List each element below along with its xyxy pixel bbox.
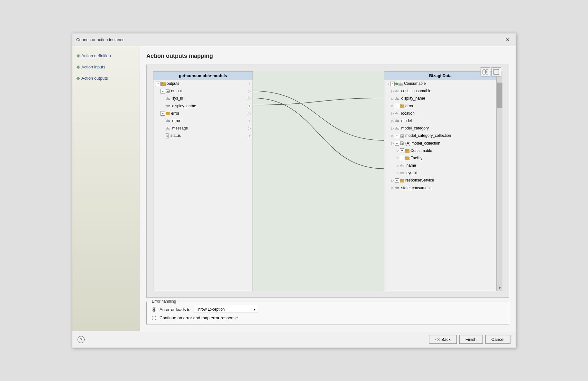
vertical-scrollbar[interactable]: ▲ ▼	[497, 71, 502, 291]
node-label: error	[172, 118, 180, 124]
node-label: model	[401, 118, 412, 124]
radio-btn-1[interactable]	[152, 307, 156, 312]
sidebar-item-label: Action definition	[81, 53, 111, 58]
abc-icon: abc	[395, 111, 400, 116]
mapping-icon-2[interactable]	[492, 67, 501, 76]
dialog-body: Action definition Action inputs Action o…	[72, 46, 516, 331]
error-row-2: Continue on error and map error response	[152, 315, 504, 320]
mapping-inner: get-consumable-models − outputs ▷	[147, 65, 509, 297]
node-label: state_consumable	[401, 185, 433, 191]
tree-node-state_consumable: ▷ abc state_consumable	[384, 184, 496, 192]
abc-icon: abc	[395, 126, 400, 131]
dropdown-arrow: ▾	[254, 307, 256, 312]
svg-rect-27	[405, 149, 407, 150]
node-label: outputs	[167, 81, 179, 87]
folder-icon	[400, 179, 404, 182]
help-button[interactable]: ?	[78, 336, 85, 343]
folder-icon	[405, 149, 409, 153]
tree-node-error-folder: − error ▷	[153, 110, 253, 117]
node-label: location	[401, 111, 415, 117]
node-label: output	[171, 88, 182, 94]
tree-node-message: abc message ▷	[153, 125, 253, 132]
tree-node-sys_id-right: ▷ abc sys_id	[384, 169, 496, 177]
abc-icon: abc	[395, 96, 400, 101]
folder-icon	[400, 104, 404, 108]
main-content: Action outputs mapping get-consumable-mo…	[140, 46, 516, 331]
tree-node-name: ▷ abc name	[384, 162, 496, 169]
radio-btn-2[interactable]	[152, 316, 156, 320]
dropdown-value: Throw Exception	[196, 307, 225, 312]
abc-icon: abc	[400, 171, 406, 175]
table-icon	[399, 82, 403, 86]
svg-rect-29	[405, 157, 407, 158]
scrollbar-thumb[interactable]	[497, 83, 502, 108]
node-label: sys_id	[407, 170, 418, 176]
tree-node-right-error: ▷ + error	[384, 102, 496, 110]
folder-icon	[405, 156, 409, 160]
folder-icon	[161, 82, 166, 86]
tree-node-consumable2: ▷ + Consumable	[384, 147, 496, 155]
tree-node-error-abc: abc error ▷	[153, 117, 253, 125]
sidebar-item-action-outputs[interactable]: Action outputs	[76, 75, 136, 81]
svg-rect-4	[494, 69, 499, 75]
abc-icon: abc	[395, 89, 400, 93]
diamond-icon	[76, 76, 80, 80]
tree-node-consumable: ▷ − Consumable	[384, 80, 496, 87]
node-label: Consumable	[404, 81, 426, 87]
tree-node-model_category: ▷ abc model_category	[384, 125, 496, 132]
sidebar: Action definition Action inputs Action o…	[72, 46, 140, 331]
tree-node-right-display_name: ▷ abc display_name	[384, 95, 496, 102]
mapping-icon-1[interactable]	[481, 67, 490, 76]
right-panel-header: Bizagi Data	[384, 72, 496, 80]
svg-rect-7	[161, 83, 163, 84]
throw-exception-dropdown[interactable]: Throw Exception ▾	[194, 306, 258, 313]
node-label: sys_id	[172, 95, 183, 102]
node-label: (A) model_collection	[405, 140, 440, 146]
close-button[interactable]: ✕	[504, 36, 512, 43]
node-label: status	[170, 133, 181, 139]
node-label: responseService	[405, 177, 434, 183]
node-label: model_category	[401, 125, 429, 131]
error-row-1: An error leads to Throw Exception ▾	[152, 306, 504, 313]
green-dot-icon	[395, 83, 398, 85]
left-panel: get-consumable-models − outputs ▷	[153, 71, 253, 291]
sidebar-item-label: Action inputs	[81, 65, 105, 69]
sidebar-item-action-definition[interactable]: Action definition	[76, 53, 136, 59]
error-handling-legend: Error handling	[151, 299, 177, 304]
collection-a-icon	[400, 141, 404, 145]
tree-node-output: − ◎ output ▷	[153, 87, 253, 95]
right-panel: Bizagi Data ▷ − Consumable	[384, 71, 497, 291]
svg-rect-14	[399, 82, 403, 86]
svg-rect-19	[400, 105, 402, 106]
mapping-area: get-consumable-models − outputs ▷	[146, 65, 509, 298]
cancel-button[interactable]: Cancel	[485, 335, 510, 344]
dialog-footer: ? << Back Finish Cancel	[72, 331, 516, 348]
connector-area	[253, 71, 384, 291]
num-icon: 1	[166, 133, 170, 138]
diamond-icon	[76, 65, 80, 69]
svg-point-25	[402, 143, 403, 145]
node-label: message	[172, 125, 188, 131]
toolbar-icons	[481, 67, 501, 76]
svg-rect-31	[400, 179, 402, 180]
node-label: name	[407, 163, 416, 169]
page-title: Action outputs mapping	[146, 53, 509, 59]
radio-label-2: Continue on error and map error response	[160, 315, 238, 320]
collection-icon: ◎	[166, 89, 170, 93]
abc-icon: abc	[166, 104, 171, 108]
node-label: error	[405, 103, 413, 109]
node-label: display_name	[172, 103, 196, 109]
dialog-titlebar: Connector action instance ✕	[72, 33, 516, 46]
back-button[interactable]: << Back	[429, 335, 457, 344]
abc-icon: abc	[166, 96, 171, 101]
finish-button[interactable]: Finish	[459, 335, 483, 344]
collection-icon	[400, 134, 404, 138]
node-label: error	[171, 111, 179, 117]
tree-node-display_name: abc display_name ▷	[153, 102, 253, 110]
left-panel-header: get-consumable-models	[153, 72, 253, 80]
radio-label-1: An error leads to	[160, 307, 190, 312]
sidebar-item-action-inputs[interactable]: Action inputs	[76, 64, 136, 70]
node-label: model_category_collection	[405, 133, 451, 139]
tree-node-model_category_collection: ▷ + model_category_collection	[384, 132, 496, 139]
node-label: cost_consumable	[401, 88, 431, 94]
